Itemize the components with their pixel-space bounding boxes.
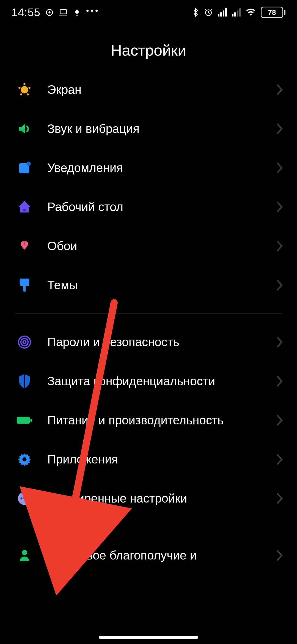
settings-item-wellbeing[interactable]: Цифровое благополучие и (0, 536, 297, 575)
svg-point-23 (20, 497, 23, 500)
gesture-nav-indicator[interactable] (99, 636, 198, 639)
svg-rect-2 (60, 10, 67, 14)
shield-icon (16, 373, 33, 390)
chevron-right-icon (276, 336, 283, 348)
gear-icon (16, 451, 33, 468)
chevron-right-icon (276, 240, 283, 252)
svg-point-8 (29, 87, 31, 89)
settings-item-label: Обои (47, 239, 262, 253)
more-circle-icon (16, 490, 33, 507)
laptop-icon (59, 8, 68, 17)
svg-point-18 (23, 341, 26, 344)
chevron-right-icon (276, 375, 283, 387)
settings-item-label: Защита конфиденциальности (47, 374, 262, 388)
svg-point-1 (49, 12, 50, 13)
svg-rect-14 (20, 279, 29, 286)
settings-list[interactable]: Экран Звук и вибрация Уведомления Рабочи… (0, 70, 297, 575)
chevron-right-icon (276, 162, 283, 174)
svg-rect-19 (17, 417, 30, 424)
chevron-right-icon (276, 201, 283, 213)
battery-icon (16, 412, 33, 429)
settings-item-label: Экран (47, 83, 262, 97)
settings-item-display[interactable]: Экран (0, 70, 297, 109)
fingerprint-icon (16, 334, 33, 351)
battery-indicator: 78 (261, 7, 285, 18)
chevron-right-icon (276, 414, 283, 426)
settings-item-label: Темы (47, 278, 262, 292)
svg-rect-15 (23, 286, 26, 292)
music-disc-icon (45, 8, 54, 17)
alarm-icon (204, 8, 213, 17)
chevron-right-icon (276, 549, 283, 561)
section-divider (15, 313, 282, 314)
settings-item-themes[interactable]: Темы (0, 266, 297, 305)
flame-bell-icon (73, 8, 81, 17)
settings-item-wallpaper[interactable]: Обои (0, 227, 297, 266)
home-icon (16, 198, 33, 215)
chevron-right-icon (276, 279, 283, 291)
svg-point-24 (23, 497, 26, 500)
chevron-right-icon (276, 84, 283, 96)
svg-point-26 (22, 550, 27, 555)
themes-icon (16, 277, 33, 294)
svg-point-5 (21, 86, 28, 94)
settings-item-home[interactable]: Рабочий стол (0, 187, 297, 227)
status-time: 14:55 (12, 6, 40, 19)
settings-item-apps[interactable]: Приложения (0, 440, 297, 479)
svg-rect-13 (23, 209, 26, 211)
settings-item-security[interactable]: Пароли и безопасность (0, 323, 297, 362)
settings-item-battery[interactable]: Питание и производительность (0, 401, 297, 440)
svg-point-6 (23, 83, 25, 85)
settings-item-label: Цифровое благополучие и (47, 549, 262, 562)
settings-item-label: Звук и вибрация (47, 122, 262, 136)
signal-1-icon (218, 8, 227, 17)
svg-point-7 (18, 87, 20, 89)
settings-item-advanced[interactable]: Расширенные настройки (0, 479, 297, 518)
chevron-right-icon (276, 492, 283, 504)
svg-point-12 (27, 162, 31, 166)
status-right: 78 (193, 7, 285, 18)
svg-point-25 (26, 497, 29, 500)
settings-item-label: Рабочий стол (47, 200, 262, 214)
display-icon (16, 81, 33, 98)
section-divider (15, 527, 282, 527)
status-bar: 14:55 ••• 78 (0, 0, 297, 25)
svg-point-10 (27, 93, 29, 95)
svg-rect-20 (30, 419, 32, 422)
notifications-icon (16, 159, 33, 176)
bluetooth-icon (193, 8, 199, 17)
page-title: Настройки (0, 41, 297, 59)
sound-icon (16, 120, 33, 137)
settings-item-sound[interactable]: Звук и вибрация (0, 109, 297, 148)
settings-item-notifications[interactable]: Уведомления (0, 148, 297, 187)
settings-item-label: Расширенные настройки (47, 492, 262, 505)
battery-percent: 78 (268, 8, 276, 17)
settings-item-label: Пароли и безопасность (47, 335, 262, 349)
svg-point-21 (22, 457, 26, 461)
wallpaper-icon (16, 238, 33, 255)
settings-item-privacy[interactable]: Защита конфиденциальности (0, 362, 297, 401)
signal-2-icon (232, 8, 241, 17)
chevron-right-icon (276, 123, 283, 135)
chevron-right-icon (276, 453, 283, 465)
svg-point-9 (20, 93, 22, 95)
more-icon: ••• (86, 6, 100, 15)
status-left: 14:55 ••• (12, 6, 100, 19)
settings-item-label: Приложения (47, 452, 262, 466)
settings-item-label: Питание и производительность (47, 413, 262, 427)
svg-point-17 (21, 339, 28, 346)
settings-item-label: Уведомления (47, 161, 262, 175)
wifi-icon (246, 8, 256, 17)
person-icon (16, 547, 33, 564)
